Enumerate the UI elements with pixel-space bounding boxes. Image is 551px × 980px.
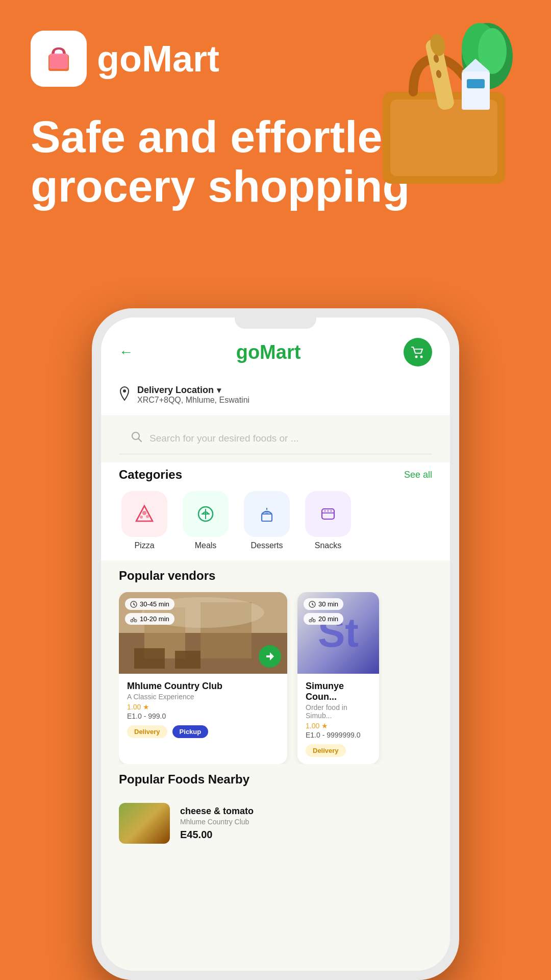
svg-point-31 (324, 510, 326, 512)
app-name: goMart (97, 38, 219, 80)
svg-rect-26 (262, 514, 272, 521)
vendor-tags-1: Delivery Pickup (127, 725, 279, 738)
desserts-icon-box (244, 491, 290, 537)
vendor-price-2: E1.0 - 9999999.0 (306, 731, 371, 739)
phone-mockup: ← goMart (92, 308, 459, 980)
categories-see-all[interactable]: See all (404, 470, 432, 480)
snacks-label: Snacks (315, 541, 341, 550)
categories-title: Categories (119, 468, 182, 482)
foods-section: Popular Foods Nearby cheese & tomato Mhl… (101, 764, 450, 851)
location-label: Delivery Location ▾ (137, 385, 249, 396)
svg-rect-11 (467, 79, 485, 88)
meals-label: Meals (195, 541, 217, 550)
pickup-tag-1: Pickup (172, 725, 209, 738)
vendor-card-2[interactable]: St 30 min 20 min (297, 592, 379, 764)
phone-outer-frame: ← goMart (92, 308, 459, 980)
search-bar[interactable]: Search for your desired foods or ... (119, 423, 432, 454)
search-icon (131, 431, 142, 446)
vendor-desc-1: A Classic Experience (127, 693, 279, 701)
foods-title: Popular Foods Nearby (119, 772, 249, 787)
location-icon (119, 386, 130, 404)
svg-point-22 (146, 515, 149, 518)
categories-section: Categories See all (101, 462, 450, 560)
svg-rect-9 (462, 71, 490, 110)
vendor-name-1: Mhlume Country Club (127, 681, 279, 692)
pizza-icon-box (121, 491, 167, 537)
logo-area: goMart (31, 31, 219, 87)
vendors-title: Popular vendors (119, 569, 215, 583)
food-name-1: cheese & tomato (180, 806, 254, 817)
delivery-tag-1: Delivery (127, 725, 167, 738)
svg-rect-40 (175, 651, 201, 669)
delivery-time-badge-2: 30 min (304, 598, 343, 610)
vendor-name-2: Simunye Coun... (306, 681, 371, 702)
bike-time-badge-1: 10-20 min (125, 613, 174, 625)
phone-notch (235, 317, 316, 329)
category-item-snacks[interactable]: Snacks (303, 491, 354, 550)
vendor-image-2: St 30 min 20 min (297, 592, 379, 674)
svg-point-33 (330, 510, 332, 512)
svg-rect-15 (49, 54, 68, 69)
svg-point-16 (415, 356, 418, 358)
meals-icon-box (183, 491, 229, 537)
navigate-button-1[interactable] (259, 645, 281, 668)
vendor-rating-2: 1.00 ★ (306, 722, 371, 730)
svg-point-27 (265, 511, 268, 514)
svg-point-32 (327, 510, 329, 512)
location-bar[interactable]: Delivery Location ▾ XRC7+8QQ, Mhlume, Es… (101, 377, 450, 415)
vendor-price-1: E1.0 - 999.0 (127, 712, 279, 720)
category-item-desserts[interactable]: Desserts (241, 491, 292, 550)
location-info: Delivery Location ▾ XRC7+8QQ, Mhlume, Es… (137, 385, 249, 405)
food-item-1[interactable]: cheese & tomato Mhlume Country Club E45.… (119, 796, 432, 851)
vendor-image-1: 30-45 min 10-20 min (119, 592, 287, 674)
back-button[interactable]: ← (119, 344, 133, 360)
svg-point-17 (420, 356, 423, 358)
vendor-card-1[interactable]: 30-45 min 10-20 min (119, 592, 287, 764)
app-icon (31, 31, 87, 87)
vendors-header: Popular vendors (119, 569, 432, 583)
grocery-bag-illustration (352, 10, 536, 194)
food-image-1 (119, 803, 170, 844)
vendors-row: 30-45 min 10-20 min (119, 592, 432, 764)
location-address: XRC7+8QQ, Mhlume, Eswatini (137, 396, 249, 405)
pizza-label: Pizza (134, 541, 154, 550)
vendor-desc-2: Order food in Simub... (306, 703, 371, 720)
delivery-tag-2: Delivery (306, 744, 346, 757)
bike-time-badge-2: 20 min (304, 613, 343, 625)
svg-point-21 (140, 516, 143, 519)
vendor-time-badges-2: 30 min 20 min (304, 598, 343, 625)
category-item-pizza[interactable]: Pizza (119, 491, 170, 550)
vendor-time-badges-1: 30-45 min 10-20 min (125, 598, 174, 625)
search-placeholder: Search for your desired foods or ... (149, 433, 299, 444)
svg-rect-1 (390, 100, 497, 176)
foods-header: Popular Foods Nearby (119, 772, 432, 787)
food-vendor-1: Mhlume Country Club (180, 818, 254, 826)
svg-point-20 (142, 511, 146, 515)
category-item-meals[interactable]: Meals (180, 491, 231, 550)
cart-button[interactable] (404, 338, 432, 366)
vendor-info-1: Mhlume Country Club A Classic Experience… (119, 674, 287, 745)
categories-row: Pizza M (119, 491, 432, 560)
dropdown-arrow: ▾ (217, 385, 221, 395)
vendor-rating-1: 1.00 ★ (127, 703, 279, 711)
food-price-1: E45.00 (180, 829, 254, 841)
desserts-label: Desserts (251, 541, 283, 550)
snacks-icon-box (305, 491, 351, 537)
screen-app-title: goMart (236, 341, 301, 363)
food-info-1: cheese & tomato Mhlume Country Club E45.… (180, 806, 254, 841)
vendor-info-2: Simunye Coun... Order food in Simub... 1… (297, 674, 379, 764)
vendors-section: Popular vendors (101, 560, 450, 764)
categories-header: Categories See all (119, 468, 432, 482)
delivery-time-badge-1: 30-45 min (125, 598, 174, 610)
vendor-tags-2: Delivery (306, 744, 371, 757)
food-img-visual-1 (119, 803, 170, 844)
svg-rect-39 (134, 648, 165, 669)
phone-screen: ← goMart (101, 317, 450, 971)
svg-point-18 (123, 389, 126, 393)
